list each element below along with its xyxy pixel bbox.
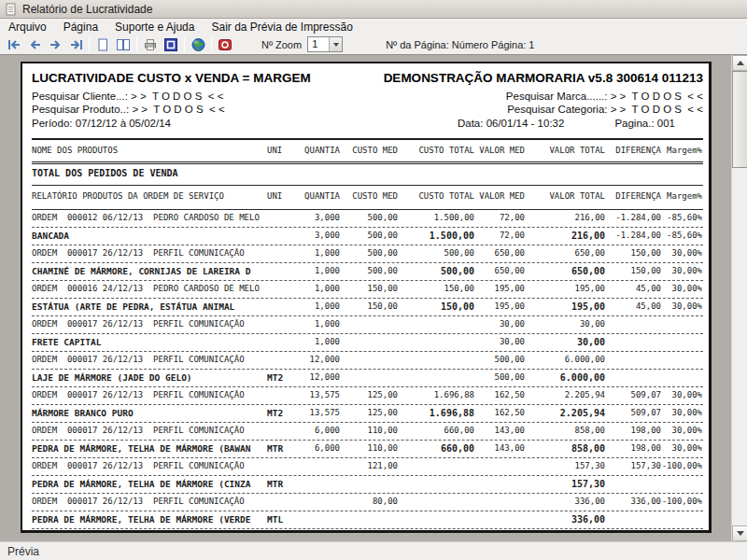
cell-quantia: 1,000 [297, 299, 340, 315]
filter-cliente: Pesquisar Cliente...: > > T O D O S < < [32, 90, 223, 103]
cell-quantia: 1,000 [297, 281, 340, 298]
report-page: LUCRATIVIDADE CUSTO x VENDA = MARGEM DEM… [21, 62, 712, 533]
menu-item-suporte-ajuda[interactable]: Suporte e Ajuda [106, 20, 203, 35]
cell-uni [267, 494, 297, 511]
scroll-down-button[interactable] [732, 525, 747, 541]
cell-diferenca: 198,00 [605, 423, 661, 440]
cell-quantia: 6,000 [297, 441, 340, 457]
last-page-icon [68, 37, 84, 52]
table-row: TOTAL DOS PEDIDOS DE VENDA [32, 164, 703, 186]
cell-custo-med: 125,00 [340, 405, 398, 422]
cell-quantia: 3,000 [297, 210, 340, 227]
cell-custo-total [398, 164, 474, 185]
cell-valor-total: 30,00 [525, 316, 605, 333]
single-page-view-button[interactable] [92, 35, 113, 53]
page-info-label: Nº da Página: Número Página: 1 [386, 39, 534, 50]
menu-item-sair-previa[interactable]: Sair da Prévia de Impressão [203, 20, 360, 35]
up-arrow-icon [737, 57, 744, 65]
scroll-up-button[interactable] [732, 55, 747, 71]
cell-name: PEDRA DE MÁRMORE, TELHA DE MÁRMORE (VERD… [32, 511, 267, 528]
cell-name: ORDEM 000017 26/12/13 PERFIL COMUNICAÇÃO [32, 387, 267, 404]
cell-valor-med: VALOR MED [474, 186, 525, 209]
report-page-number: Pagina.: 001 [614, 116, 675, 131]
cell-custo-total: 660,00 [398, 441, 474, 457]
two-page-view-button[interactable] [113, 35, 134, 53]
cell-name: RELATÓRIO PRODUTOS DA ORDEM DE SERVIÇO [32, 186, 267, 209]
cell-margem: 30,00% [661, 281, 702, 298]
menu-item-arquivo[interactable]: Arquivo [0, 20, 55, 35]
cell-name: NOME DOS PRODUTOS [32, 140, 267, 161]
menubar: Arquivo Página Suporte e Ajuda Sair da P… [0, 19, 747, 35]
cell-name: BANCADA [32, 228, 267, 245]
cell-valor-med [474, 458, 525, 475]
cell-name: ESTÁTUA (ARTE DE PEDRA, ESTÁTUA ANIMAL [32, 299, 267, 315]
cell-margem: 30,00% [661, 405, 702, 422]
cell-margem [661, 334, 702, 351]
cell-margem: -100,00% [661, 458, 702, 475]
cell-custo-total [398, 458, 474, 475]
table-row: ORDEM 000017 26/12/13 PERFIL COMUNICAÇÃO… [32, 316, 703, 334]
cell-quantia: 6,000 [297, 423, 340, 440]
close-preview-button[interactable] [215, 35, 235, 53]
cell-custo-med [340, 511, 398, 528]
cell-quantia [297, 476, 340, 493]
cell-valor-med: 143,00 [474, 423, 525, 440]
cell-name: TOTAL DOS PEDIDOS DE VENDA [32, 164, 267, 185]
cell-valor-total: 195,00 [525, 281, 605, 298]
cell-quantia [297, 494, 340, 511]
cell-diferenca [605, 352, 661, 369]
cell-quantia: 12,000 [297, 352, 340, 369]
cell-quantia: 1,000 [297, 334, 340, 351]
application-window: Relatório de Lucratividade Arquivo Págin… [0, 0, 747, 560]
app-icon[interactable] [5, 3, 18, 16]
scrollbar-thumb[interactable] [732, 71, 747, 168]
cell-uni [267, 299, 297, 315]
zoom-dropdown-button[interactable] [329, 37, 342, 51]
cell-custo-med: 500,00 [340, 263, 398, 280]
print-button[interactable] [140, 35, 161, 53]
cell-valor-med: 195,00 [474, 299, 525, 315]
cell-valor-med: 650,00 [474, 245, 525, 262]
cell-uni [267, 210, 297, 227]
last-page-button[interactable] [65, 35, 86, 53]
cell-margem: 30,00% [661, 263, 702, 280]
cell-custo-total: 500,00 [398, 245, 474, 262]
cell-name: FRETE CAPITAL [32, 334, 267, 351]
print-dialog-button[interactable] [161, 35, 181, 53]
zoom-combobox[interactable]: 1 [307, 36, 343, 52]
cell-custo-med: CUSTO MED [340, 140, 398, 161]
first-page-button[interactable] [4, 35, 24, 53]
export-web-button[interactable] [188, 35, 208, 53]
cell-diferenca: 509,07 [605, 405, 661, 422]
status-bar: Prévia [0, 541, 747, 560]
vertical-scrollbar[interactable] [731, 55, 747, 541]
cell-valor-med: VALOR MED [474, 140, 525, 161]
cell-uni: UNI [267, 140, 297, 161]
menu-item-pagina[interactable]: Página [55, 20, 106, 35]
cell-valor-total: 195,00 [525, 299, 605, 315]
cell-name: ORDEM 000017 26/12/13 PERFIL COMUNICAÇÃO [32, 494, 267, 511]
filter-marca: Pesquisar Marca......: > > T O D O S < < [506, 90, 703, 103]
toolbar-separator [136, 37, 137, 52]
cell-uni: MTR [267, 441, 297, 457]
table-row: ORDEM 000017 26/12/13 PERFIL COMUNICAÇÃO… [32, 245, 703, 263]
cell-quantia: QUANTIA [297, 140, 340, 161]
next-page-button[interactable] [45, 35, 65, 53]
cell-custo-total: 150,00 [398, 281, 474, 298]
cell-custo-med [340, 352, 398, 369]
toolbar-separator [184, 37, 185, 52]
cell-custo-total [398, 352, 474, 369]
cell-custo-med [340, 370, 398, 386]
cell-uni [267, 334, 297, 351]
cell-diferenca: 45,00 [605, 299, 661, 315]
cell-margem [661, 511, 702, 528]
close-preview-icon [218, 37, 233, 52]
cell-valor-total: 858,00 [525, 441, 605, 457]
previous-page-button[interactable] [24, 35, 45, 53]
cell-valor-total: 2.205,94 [525, 405, 605, 422]
cell-custo-med: 150,00 [340, 281, 398, 298]
cell-margem [661, 164, 702, 185]
cell-uni [267, 458, 297, 475]
cell-uni [267, 316, 297, 333]
cell-margem: 30,00% [661, 245, 702, 262]
